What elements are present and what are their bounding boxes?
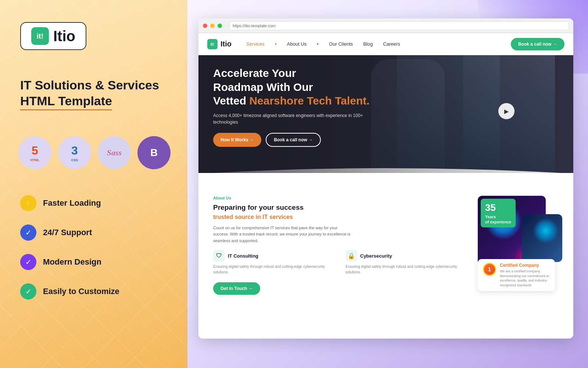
service-cyber-icon-row: 🔒 Cybersecurity bbox=[345, 250, 469, 262]
years-number: 35 bbox=[485, 202, 511, 214]
tech-bootstrap: B bbox=[137, 136, 171, 169]
website-navbar: it! Itio Services ▾ About Us ▾ Our Clien… bbox=[198, 33, 573, 55]
browser-bar: https://itio-template.com bbox=[198, 18, 573, 33]
browser-dot-green bbox=[218, 24, 222, 28]
css3-icon: 3 bbox=[71, 144, 78, 158]
hero-subtitle: Access 4,000+ timezone aligned software … bbox=[213, 112, 382, 125]
bootstrap-icon: B bbox=[150, 147, 158, 159]
about-tag: About Us bbox=[213, 196, 469, 200]
feature-badge-lightning: ⚡ bbox=[20, 195, 36, 211]
nav-logo-text: Itio bbox=[220, 40, 232, 48]
years-label: Yearsof experience bbox=[485, 215, 511, 224]
feature-label-support: 24/7 Support bbox=[43, 228, 92, 237]
headline-line2: HTML Template bbox=[20, 93, 159, 111]
service-it-desc: Ensuring digital safety through robust a… bbox=[213, 264, 337, 275]
nav-link-careers[interactable]: Careers bbox=[383, 41, 400, 47]
feature-badge-design: ✓ bbox=[20, 254, 36, 270]
browser-mockup: https://itio-template.com it! Itio Servi… bbox=[198, 18, 573, 339]
headline: IT Solutions & Services HTML Template bbox=[20, 77, 159, 110]
nav-link-services[interactable]: Services bbox=[246, 41, 265, 47]
service-it-icon-row: 🛡 IT Consulting bbox=[213, 250, 337, 262]
nav-logo-icon-text: it! bbox=[211, 42, 214, 46]
feature-support: ✓ 24/7 Support bbox=[20, 224, 119, 241]
about-title: Preparing for your success bbox=[213, 203, 469, 212]
html5-icon: 5 bbox=[32, 144, 38, 158]
hero-buttons: How It Works → Book a call now → bbox=[213, 133, 382, 147]
tech-icons-row: 5 HTML 3 CSS Sass B bbox=[18, 136, 171, 169]
get-in-touch-label: Get in Touch → bbox=[220, 286, 253, 291]
nav-book-call-button[interactable]: Book a call now → bbox=[511, 38, 564, 50]
nav-logo: it! Itio bbox=[207, 39, 232, 49]
feature-badge-customize: ✓ bbox=[20, 283, 36, 300]
service-it-consulting: 🛡 IT Consulting Ensuring digital safety … bbox=[213, 250, 337, 275]
nav-logo-icon: it! bbox=[207, 39, 218, 49]
certified-badge: 1 Certified Company We are a certified c… bbox=[478, 259, 555, 291]
cert-text: Certified Company We are a certified com… bbox=[500, 263, 550, 287]
cert-title: Certified Company bbox=[500, 263, 550, 268]
nav-links: Services ▾ About Us ▾ Our Clients Blog C… bbox=[246, 41, 511, 47]
logo-icon-left: it! bbox=[31, 27, 49, 45]
tech-css3: 3 CSS bbox=[58, 136, 91, 169]
service-cyber-icon: 🔒 bbox=[345, 250, 357, 262]
hero-section: Accelerate YourRoadmap With OurVetted Ne… bbox=[198, 55, 573, 173]
service-cyber-name: Cybersecurity bbox=[360, 253, 392, 259]
browser-url-bar: https://itio-template.com bbox=[229, 21, 569, 30]
get-in-touch-button[interactable]: Get in Touch → bbox=[213, 282, 260, 295]
play-button[interactable]: ▶ bbox=[498, 103, 514, 119]
about-description: Count on us for comprehensive IT service… bbox=[213, 225, 353, 244]
about-left-content: About Us Preparing for your success trus… bbox=[213, 196, 469, 295]
nav-link-about[interactable]: About Us bbox=[287, 41, 306, 47]
service-it-name: IT Consulting bbox=[228, 253, 258, 259]
tech-html5: 5 HTML bbox=[18, 136, 51, 169]
feature-badge-support: ✓ bbox=[20, 224, 36, 241]
wave-divider bbox=[198, 173, 573, 184]
years-badge: 35 Yearsof experience bbox=[481, 199, 516, 227]
logo-text-left: Itio bbox=[53, 28, 75, 45]
hero-book-call-button[interactable]: Book a call now → bbox=[266, 133, 321, 147]
headline-line2-text: HTML Template bbox=[20, 93, 112, 111]
about-subtitle: trusted source in IT services bbox=[213, 214, 469, 220]
logo-box-left: it! Itio bbox=[20, 22, 86, 50]
nav-link-blog[interactable]: Blog bbox=[363, 41, 373, 47]
left-panel: it! Itio IT Solutions & Services HTML Te… bbox=[0, 0, 187, 368]
feature-customize: ✓ Easily to Customize bbox=[20, 283, 119, 300]
about-right-images: 35 Yearsof experience 1 Certified Compan… bbox=[478, 196, 559, 295]
feature-label-faster: Faster Loading bbox=[43, 198, 101, 208]
browser-dot-red bbox=[203, 24, 207, 28]
tech-sass: Sass bbox=[98, 136, 131, 169]
service-cybersecurity: 🔒 Cybersecurity Ensuring digital safety … bbox=[345, 250, 469, 275]
service-cyber-desc: Ensuring digital safety through robust a… bbox=[345, 264, 469, 275]
feature-label-customize: Easily to Customize bbox=[43, 287, 119, 296]
hero-title-highlight: Nearshore Tech Talent. bbox=[249, 95, 369, 107]
hero-how-it-works-button[interactable]: How It Works → bbox=[213, 133, 261, 147]
cert-medal-icon: 1 bbox=[483, 263, 496, 276]
nav-link-clients[interactable]: Our Clients bbox=[329, 41, 353, 47]
browser-dot-yellow bbox=[210, 24, 215, 28]
sass-icon: Sass bbox=[107, 148, 122, 158]
cert-desc: We are a certified company, demonstratin… bbox=[500, 269, 550, 287]
hero-title: Accelerate YourRoadmap With OurVetted Ne… bbox=[213, 66, 382, 108]
services-row: 🛡 IT Consulting Ensuring digital safety … bbox=[213, 250, 469, 275]
feature-design: ✓ Modern Design bbox=[20, 254, 119, 270]
feature-faster-loading: ⚡ Faster Loading bbox=[20, 195, 119, 211]
feature-label-design: Modern Design bbox=[43, 257, 101, 267]
right-panel: https://itio-template.com it! Itio Servi… bbox=[187, 0, 588, 368]
browser-url-text: https://itio-template.com bbox=[233, 24, 276, 28]
headline-line1: IT Solutions & Services bbox=[20, 77, 159, 93]
hero-content: Accelerate YourRoadmap With OurVetted Ne… bbox=[213, 66, 382, 147]
about-secondary-image bbox=[522, 214, 562, 262]
service-it-icon: 🛡 bbox=[213, 250, 225, 262]
features-list: ⚡ Faster Loading ✓ 24/7 Support ✓ Modern… bbox=[20, 195, 119, 313]
about-section: About Us Preparing for your success trus… bbox=[198, 184, 573, 302]
logo-icon-text: it! bbox=[37, 32, 44, 40]
